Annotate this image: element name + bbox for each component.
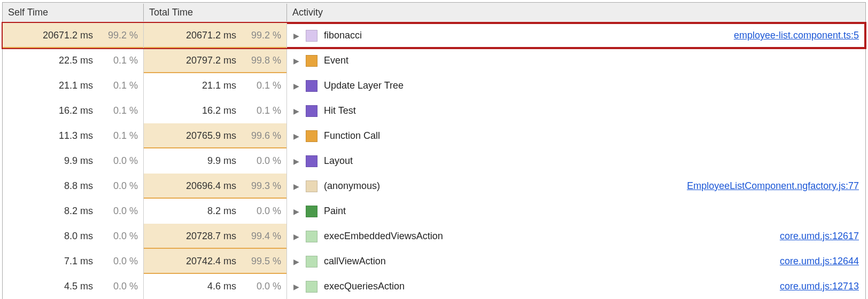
disclosure-triangle-icon[interactable]: ▶ [293, 207, 299, 216]
table-body: 20671.2 ms99.2 %20671.2 ms99.2 %▶fibonac… [3, 23, 865, 299]
activity-label: Event [324, 55, 348, 66]
activity-cell: ▶Paint [287, 199, 865, 224]
time-pct: 0.1 % [244, 105, 281, 116]
disclosure-triangle-icon[interactable]: ▶ [293, 132, 299, 140]
time-cell-total: 8.2 ms0.0 % [144, 199, 287, 224]
activity-cell: ▶callViewActioncore.umd.js:12644 [287, 249, 865, 274]
disclosure-triangle-icon[interactable]: ▶ [293, 282, 299, 291]
time-cell-total: 20742.4 ms99.5 % [144, 249, 287, 274]
source-link[interactable]: core.umd.js:12644 [780, 256, 859, 267]
table-row[interactable]: 4.5 ms0.0 %4.6 ms0.0 %▶execQueriesAction… [3, 274, 865, 299]
time-pct: 99.3 % [244, 180, 281, 192]
time-pct: 0.0 % [100, 256, 138, 267]
time-pct: 99.2 % [100, 30, 138, 41]
source-link[interactable]: core.umd.js:12617 [780, 231, 859, 242]
table-row[interactable]: 21.1 ms0.1 %21.1 ms0.1 %▶Update Layer Tr… [3, 73, 865, 98]
disclosure-triangle-icon[interactable]: ▶ [293, 257, 299, 266]
time-cell-total: 9.9 ms0.0 % [144, 148, 287, 174]
activity-label: fibonacci [324, 30, 362, 41]
time-cell-total: 20797.2 ms99.8 % [144, 48, 287, 73]
activity-label: Hit Test [324, 105, 356, 116]
time-ms: 4.6 ms [207, 281, 236, 292]
table-row[interactable]: 8.2 ms0.0 %8.2 ms0.0 %▶Paint [3, 199, 865, 224]
activity-cell: ▶execQueriesActioncore.umd.js:12713 [287, 274, 865, 299]
activity-cell: ▶execEmbeddedViewsActioncore.umd.js:1261… [287, 224, 865, 249]
time-ms: 20671.2 ms [186, 30, 236, 41]
time-pct: 0.0 % [244, 155, 281, 167]
table-row[interactable]: 16.2 ms0.1 %16.2 ms0.1 %▶Hit Test [3, 98, 865, 123]
time-pct: 0.1 % [100, 55, 138, 66]
category-swatch-icon [306, 155, 317, 167]
category-swatch-icon [306, 105, 317, 117]
time-ms: 16.2 ms [59, 105, 93, 116]
source-link[interactable]: EmployeeListComponent.ngfactory.js:77 [687, 180, 859, 192]
category-swatch-icon [306, 80, 317, 92]
time-pct: 0.1 % [244, 80, 281, 91]
time-pct: 0.0 % [100, 180, 138, 192]
category-swatch-icon [306, 231, 317, 242]
category-swatch-icon [306, 256, 317, 267]
time-pct: 99.2 % [244, 30, 281, 41]
time-pct: 99.8 % [244, 55, 281, 66]
activity-cell: ▶Event [287, 48, 865, 73]
source-link[interactable]: core.umd.js:12713 [780, 281, 859, 292]
table-row[interactable]: 7.1 ms0.0 %20742.4 ms99.5 %▶callViewActi… [3, 249, 865, 274]
disclosure-triangle-icon[interactable]: ▶ [293, 232, 299, 241]
disclosure-triangle-icon[interactable]: ▶ [293, 57, 299, 65]
time-pct: 0.0 % [100, 155, 138, 167]
time-pct: 0.0 % [244, 206, 281, 217]
time-ms: 20671.2 ms [43, 30, 93, 41]
activity-label: callViewAction [324, 256, 386, 267]
time-cell-self: 20671.2 ms99.2 % [3, 23, 144, 48]
time-pct: 0.1 % [100, 105, 138, 116]
table-row[interactable]: 11.3 ms0.1 %20765.9 ms99.6 %▶Function Ca… [3, 123, 865, 148]
time-cell-total: 4.6 ms0.0 % [144, 274, 287, 299]
time-ms: 8.8 ms [64, 180, 93, 192]
time-ms: 20728.7 ms [186, 231, 236, 242]
disclosure-triangle-icon[interactable]: ▶ [293, 157, 299, 166]
time-cell-total: 16.2 ms0.1 % [144, 98, 287, 123]
time-ms: 9.9 ms [64, 155, 93, 167]
source-link[interactable]: employee-list.component.ts:5 [734, 30, 859, 41]
time-ms: 20742.4 ms [186, 256, 236, 267]
disclosure-triangle-icon[interactable]: ▶ [293, 107, 299, 115]
disclosure-triangle-icon[interactable]: ▶ [293, 182, 299, 191]
time-cell-self: 8.0 ms0.0 % [3, 224, 144, 249]
disclosure-triangle-icon[interactable]: ▶ [293, 82, 299, 90]
time-ms: 20696.4 ms [186, 180, 236, 192]
category-swatch-icon [306, 55, 317, 67]
col-header-total-time[interactable]: Total Time [144, 4, 287, 21]
col-header-self-time[interactable]: Self Time [3, 4, 144, 21]
activity-label: execQueriesAction [324, 281, 405, 292]
disclosure-triangle-icon[interactable]: ▶ [293, 32, 299, 40]
time-cell-self: 22.5 ms0.1 % [3, 48, 144, 73]
time-ms: 21.1 ms [202, 80, 236, 91]
table-row[interactable]: 8.8 ms0.0 %20696.4 ms99.3 %▶(anonymous)E… [3, 174, 865, 199]
time-pct: 99.4 % [244, 231, 281, 242]
time-cell-total: 20765.9 ms99.6 % [144, 123, 287, 148]
activity-cell: ▶Layout [287, 148, 865, 174]
time-ms: 21.1 ms [59, 80, 93, 91]
time-pct: 0.0 % [100, 206, 138, 217]
activity-label: Paint [324, 206, 346, 217]
time-pct: 0.1 % [100, 130, 138, 141]
time-cell-self: 8.2 ms0.0 % [3, 199, 144, 224]
time-ms: 4.5 ms [64, 281, 93, 292]
time-pct: 0.0 % [100, 281, 138, 292]
time-cell-total: 21.1 ms0.1 % [144, 73, 287, 98]
category-swatch-icon [306, 130, 317, 142]
activity-label: Layout [324, 155, 353, 167]
time-cell-self: 16.2 ms0.1 % [3, 98, 144, 123]
time-ms: 7.1 ms [64, 256, 93, 267]
table-row[interactable]: 20671.2 ms99.2 %20671.2 ms99.2 %▶fibonac… [3, 23, 865, 48]
time-cell-self: 7.1 ms0.0 % [3, 249, 144, 274]
time-ms: 11.3 ms [59, 130, 93, 141]
table-row[interactable]: 22.5 ms0.1 %20797.2 ms99.8 %▶Event [3, 48, 865, 73]
table-row[interactable]: 8.0 ms0.0 %20728.7 ms99.4 %▶execEmbedded… [3, 224, 865, 249]
activity-cell: ▶(anonymous)EmployeeListComponent.ngfact… [287, 174, 865, 199]
time-ms: 22.5 ms [59, 55, 93, 66]
table-row[interactable]: 9.9 ms0.0 %9.9 ms0.0 %▶Layout [3, 148, 865, 174]
time-cell-self: 8.8 ms0.0 % [3, 174, 144, 199]
time-pct: 99.5 % [244, 256, 281, 267]
col-header-activity[interactable]: Activity [287, 4, 865, 21]
